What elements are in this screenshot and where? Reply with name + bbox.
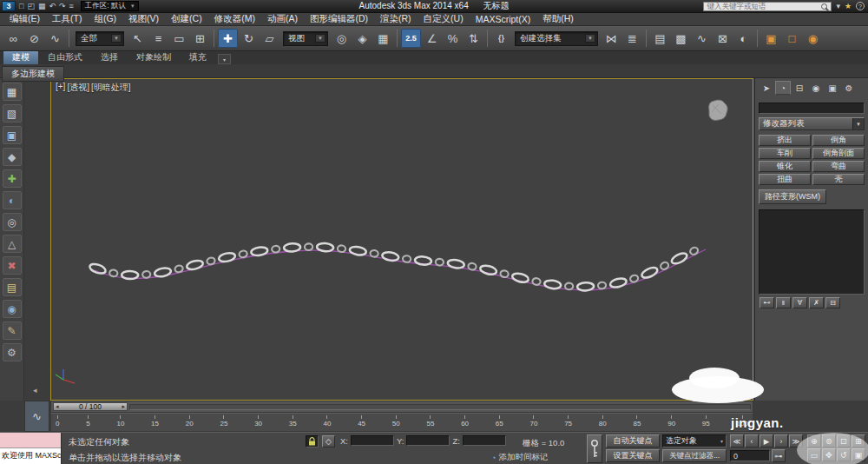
percent-snap-icon[interactable]: % [443, 29, 463, 48]
window-crossing-icon[interactable]: ⊞ [190, 29, 210, 48]
schematic-view-icon[interactable]: ⊠ [713, 29, 733, 48]
time-slider-rail[interactable] [129, 404, 751, 410]
key-filters-button[interactable]: 关键点过滤器... [662, 449, 727, 462]
modifier-button-twist[interactable]: 扭曲 [759, 174, 811, 185]
create-tab-icon[interactable]: ➤ [759, 81, 774, 95]
macro-recorder-line[interactable] [0, 433, 61, 448]
menu-animation[interactable]: 动画(A) [261, 13, 304, 25]
help-icon[interactable]: ? [856, 2, 865, 10]
motion-tab-icon[interactable]: ◉ [808, 81, 824, 95]
remove-geometry-icon[interactable]: ✖ [3, 256, 22, 275]
render-production-icon[interactable]: ◉ [803, 29, 823, 48]
snaps-toggle-icon[interactable]: 2.5 [401, 29, 421, 48]
next-frame-icon[interactable]: › [774, 434, 788, 447]
menu-customize[interactable]: 自定义(U) [418, 13, 470, 25]
polygon-modeling-icon[interactable]: ▦ [3, 83, 22, 101]
material-editor-icon[interactable]: ◐ [733, 29, 753, 48]
edit-named-selections-icon[interactable]: {} [491, 29, 511, 48]
ribbon-tab-modeling[interactable]: 建模 [3, 50, 38, 64]
layer-manager-icon[interactable]: ▤ [650, 29, 670, 48]
menu-views[interactable]: 视图(V) [122, 13, 165, 25]
remove-modifier-icon[interactable]: ✗ [809, 297, 824, 308]
left-toolbar-expand-icon[interactable]: ◂ [33, 386, 37, 394]
undo-icon[interactable]: ↶ [49, 2, 56, 10]
spinner-snap-icon[interactable]: ⇅ [464, 29, 483, 48]
play-animation-icon[interactable]: ▶ [760, 434, 773, 447]
modifier-button-extrude[interactable]: 挤出 [759, 135, 811, 146]
selection-lock-toggle[interactable] [306, 435, 319, 447]
rendered-frame-window-icon[interactable]: □ [782, 29, 802, 48]
named-selection-dropdown[interactable]: 创建选择集▼ [515, 31, 598, 46]
loops-icon[interactable]: ◎ [3, 213, 22, 231]
menu-help[interactable]: 帮助(H) [536, 13, 580, 25]
ribbon-tab-freeform[interactable]: 自由形式 [39, 50, 91, 64]
path-deform-wsm-button[interactable]: 路径变形(WSM) [759, 189, 826, 204]
modify-tab-icon[interactable]: ◔ [775, 81, 791, 95]
select-by-name-icon[interactable]: ≡ [148, 29, 168, 48]
modifier-stack-list[interactable] [759, 209, 865, 295]
new-scene-icon[interactable]: □ [19, 2, 23, 10]
mirror-icon[interactable]: ⋈ [602, 29, 621, 48]
listener-line[interactable]: 欢迎使用 MAXScript [0, 448, 61, 464]
3ds-max-logo-icon[interactable]: 3 [2, 1, 16, 11]
modifier-button-bevel[interactable]: 倒角 [812, 135, 865, 146]
save-scene-icon[interactable]: ▦ [38, 2, 46, 10]
z-coordinate-field[interactable] [463, 435, 506, 446]
next-frame-arrow-icon[interactable]: ▸ [122, 403, 125, 410]
viewport-shading-menu[interactable]: [明暗处理] [91, 82, 131, 94]
track-bar[interactable]: 0510152025303540455055606570758085909510… [50, 413, 753, 432]
set-key-mode-button[interactable] [587, 434, 602, 463]
favorites-star-icon[interactable]: ★ [845, 2, 852, 10]
properties-icon[interactable]: ▤ [3, 278, 22, 296]
sign-in-caret-icon[interactable]: ▾ [836, 2, 840, 10]
perspective-viewport[interactable]: [+] [透视] [明暗处理] [50, 78, 753, 401]
configure-modifier-sets-icon[interactable]: ⊟ [825, 297, 840, 308]
redo-icon[interactable]: ↷ [59, 2, 66, 10]
select-and-move-icon[interactable]: ✚ [218, 29, 238, 48]
previous-frame-arrow-icon[interactable]: ◂ [56, 403, 59, 410]
polygon-modeling-panel-tab[interactable]: 多边形建模 [2, 66, 64, 82]
subdivision-icon[interactable]: ◐ [3, 191, 22, 209]
menu-graph-editors[interactable]: 图形编辑器(D) [304, 13, 374, 25]
modifier-button-shell[interactable]: 壳 [812, 174, 865, 185]
select-and-scale-icon[interactable]: ▱ [260, 29, 279, 48]
unlink-selection-icon[interactable]: ⊘ [24, 29, 44, 48]
utilities-tab-icon[interactable]: ⚙ [841, 81, 857, 95]
menu-tools[interactable]: 工具(T) [46, 13, 88, 25]
modifier-button-bevel-profile[interactable]: 倒角剖面 [812, 148, 865, 159]
infocenter-searchbox[interactable] [703, 2, 832, 11]
go-to-start-icon[interactable]: ≪ [730, 434, 744, 447]
maxscript-mini-listener[interactable]: 欢迎使用 MAXScript [0, 433, 62, 464]
graphite-ribbon-icon[interactable]: ▩ [671, 29, 691, 48]
paint-deform-icon[interactable]: ✎ [3, 321, 22, 340]
make-unique-icon[interactable]: ∀ [792, 297, 807, 308]
render-setup-icon[interactable]: ▣ [761, 29, 781, 48]
menu-modifiers[interactable]: 修改器(M) [208, 13, 261, 25]
open-scene-icon[interactable]: ◰ [27, 2, 35, 10]
time-slider-track[interactable]: ◂ 0 / 100 ▸ [50, 401, 753, 413]
pin-stack-icon[interactable]: ⊷ [760, 297, 774, 308]
add-time-tag-button[interactable]: ◔ 添加时间标记 [491, 452, 548, 463]
ribbon-minimize-icon[interactable]: ▾ [218, 54, 231, 64]
menu-rendering[interactable]: 渲染(R) [374, 13, 418, 25]
workspace-dropdown[interactable]: 工作区: 默认 ▾ [81, 1, 139, 11]
menu-group[interactable]: 组(G) [88, 13, 122, 25]
set-key-button[interactable]: 设置关键点 [606, 449, 660, 462]
modifier-button-lathe[interactable]: 车削 [759, 148, 811, 159]
chain-object[interactable] [89, 242, 699, 290]
previous-frame-icon[interactable]: ‹ [745, 434, 759, 447]
use-pivot-center-icon[interactable]: ◎ [332, 29, 352, 48]
modifier-list-dropdown[interactable]: 修改器列表 ▼ [759, 117, 865, 130]
modify-selection-icon[interactable]: ▣ [3, 126, 22, 144]
y-coordinate-field[interactable] [406, 435, 450, 446]
ribbon-tab-populate[interactable]: 填充 [181, 50, 215, 64]
align-icon[interactable]: ≣ [622, 29, 642, 48]
search-icon[interactable] [821, 3, 827, 10]
object-name-field[interactable] [759, 103, 865, 114]
time-slider-handle[interactable]: ◂ 0 / 100 ▸ [53, 402, 128, 411]
edit-poly-mode-icon[interactable]: ▧ [3, 104, 22, 123]
bind-to-space-warp-icon[interactable]: ∿ [45, 29, 65, 48]
menu-edit[interactable]: 编辑(E) [3, 13, 46, 25]
ribbon-tab-object-paint[interactable]: 对象绘制 [128, 50, 180, 64]
viewport-general-menu[interactable]: [+] [56, 82, 65, 94]
